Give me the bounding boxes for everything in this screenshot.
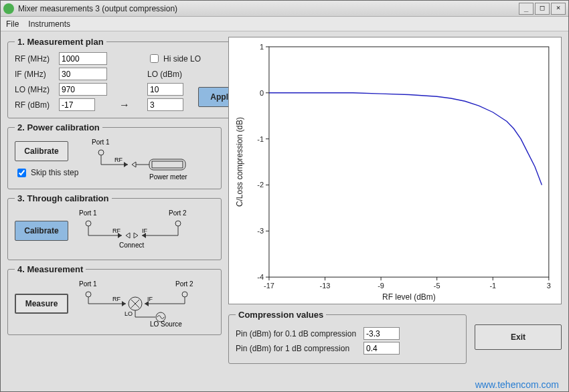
power-cal-diagram: Port 1 RF Power meter xyxy=(85,138,214,182)
svg-text:IF: IF xyxy=(142,227,148,234)
power-calibration-group: 2. Power calibration Calibrate Skip this… xyxy=(7,122,222,189)
exit-button[interactable]: Exit xyxy=(475,324,562,350)
rf-mhz-input[interactable] xyxy=(59,52,107,65)
titlebar: Mixer measurements 3 (output compression… xyxy=(1,1,568,17)
svg-point-0 xyxy=(98,150,104,155)
svg-text:Port 2: Port 2 xyxy=(169,209,187,217)
skip-step-input[interactable] xyxy=(17,169,26,177)
through-calibration-legend: 3. Through calibration xyxy=(15,193,112,203)
pin-1db-value[interactable] xyxy=(363,342,400,355)
svg-text:RF: RF xyxy=(112,227,120,234)
skip-step-checkbox[interactable]: Skip this step xyxy=(15,167,78,179)
skip-step-label: Skip this step xyxy=(31,168,78,177)
svg-text:3: 3 xyxy=(547,282,551,290)
svg-text:C/Loss compression (dB): C/Loss compression (dB) xyxy=(235,117,244,207)
port1-label: Port 1 xyxy=(92,138,110,146)
svg-text:LO: LO xyxy=(125,310,133,317)
hi-side-lo-input[interactable] xyxy=(150,54,159,63)
svg-text:-3: -3 xyxy=(257,227,264,235)
through-calibrate-button[interactable]: Calibrate xyxy=(15,221,68,241)
hi-side-lo-label: Hi side LO xyxy=(163,54,201,64)
measurement-diagram: Port 1 Port 2 RF IF xyxy=(75,280,214,328)
svg-point-27 xyxy=(86,292,91,297)
menu-file[interactable]: File xyxy=(6,19,19,29)
pin-01db-label: Pin (dBm) for 0.1 dB compression xyxy=(236,329,359,338)
svg-text:-17: -17 xyxy=(264,282,274,290)
content: 1. Measurement plan RF (MHz) Hi side LO … xyxy=(1,31,568,391)
svg-text:RF: RF xyxy=(114,157,123,163)
menubar: File Instruments xyxy=(1,17,568,31)
measurement-plan-group: 1. Measurement plan RF (MHz) Hi side LO … xyxy=(7,37,258,118)
right-column: -17-13-9-5-13-4-3-2-101RF level (dBm)C/L… xyxy=(228,37,562,389)
svg-text:Port 1: Port 1 xyxy=(79,209,97,217)
svg-text:-13: -13 xyxy=(320,282,331,290)
svg-rect-7 xyxy=(149,159,185,170)
watermark: www.tehencom.com xyxy=(475,379,559,390)
svg-text:Port 1: Port 1 xyxy=(79,280,97,288)
app-icon xyxy=(3,3,14,14)
menu-instruments[interactable]: Instruments xyxy=(28,19,70,29)
svg-text:-5: -5 xyxy=(434,282,440,290)
svg-point-28 xyxy=(182,292,187,297)
svg-text:0: 0 xyxy=(260,89,264,97)
if-mhz-input[interactable] xyxy=(59,68,107,80)
svg-text:-1: -1 xyxy=(489,282,496,290)
rf-dbm-from-input[interactable] xyxy=(59,98,95,111)
svg-text:-4: -4 xyxy=(257,273,264,281)
svg-marker-4 xyxy=(124,162,128,167)
svg-text:-9: -9 xyxy=(378,282,384,290)
pin-01db-value[interactable] xyxy=(363,327,400,340)
app-window: Mixer measurements 3 (output compression… xyxy=(0,0,569,392)
power-calibrate-button[interactable]: Calibrate xyxy=(15,141,68,161)
lo-mhz-label: LO (MHz) xyxy=(15,85,54,94)
svg-point-13 xyxy=(175,221,181,226)
rf-mhz-label: RF (MHz) xyxy=(15,54,54,64)
svg-text:1: 1 xyxy=(260,43,264,51)
pin-1db-label: Pin (dBm) for 1 dB compression xyxy=(236,344,359,353)
svg-marker-21 xyxy=(126,233,130,238)
if-mhz-label: IF (MHz) xyxy=(15,70,54,79)
svg-text:RF: RF xyxy=(112,296,120,302)
svg-marker-39 xyxy=(145,301,149,306)
measurement-plan-legend: 1. Measurement plan xyxy=(15,37,106,47)
lo-dbm-input[interactable] xyxy=(147,83,183,96)
compression-plot: -17-13-9-5-13-4-3-2-101RF level (dBm)C/L… xyxy=(228,37,562,304)
svg-point-12 xyxy=(86,221,91,226)
through-calibration-group: 3. Through calibration Calibrate Port 1 … xyxy=(7,193,222,260)
svg-text:Port 2: Port 2 xyxy=(175,280,193,288)
svg-marker-22 xyxy=(134,233,138,238)
compression-values-legend: Compression values xyxy=(236,310,326,320)
minimize-button[interactable]: _ xyxy=(519,3,534,15)
svg-marker-35 xyxy=(122,301,126,306)
measurement-legend: 4. Measurement xyxy=(15,264,86,274)
window-title: Mixer measurements 3 (output compression… xyxy=(18,4,519,13)
svg-text:RF level (dBm): RF level (dBm) xyxy=(382,292,436,302)
rf-dbm-to-input[interactable] xyxy=(147,98,183,111)
close-button[interactable]: × xyxy=(551,3,566,15)
svg-text:Power meter: Power meter xyxy=(149,173,187,181)
through-cal-diagram: Port 1 Port 2 RF IF xyxy=(75,209,214,253)
left-column: 1. Measurement plan RF (MHz) Hi side LO … xyxy=(7,37,222,389)
rf-dbm-label: RF (dBm) xyxy=(15,100,54,110)
svg-rect-45 xyxy=(269,47,549,277)
svg-rect-8 xyxy=(152,161,183,168)
measurement-group: 4. Measurement Measure Port 1 Port 2 xyxy=(7,264,222,335)
svg-text:Connect: Connect xyxy=(119,241,144,249)
maximize-button[interactable]: □ xyxy=(535,3,550,15)
svg-text:LO Source: LO Source xyxy=(150,320,182,328)
arrow-right-icon: → xyxy=(116,100,143,110)
measure-button[interactable]: Measure xyxy=(15,294,68,314)
lo-mhz-input[interactable] xyxy=(59,83,107,96)
svg-marker-5 xyxy=(132,162,136,167)
svg-text:-2: -2 xyxy=(257,181,264,189)
power-calibration-legend: 2. Power calibration xyxy=(15,122,102,132)
svg-text:-1: -1 xyxy=(257,135,264,143)
compression-values-group: Compression values Pin (dBm) for 0.1 dB … xyxy=(228,310,467,364)
